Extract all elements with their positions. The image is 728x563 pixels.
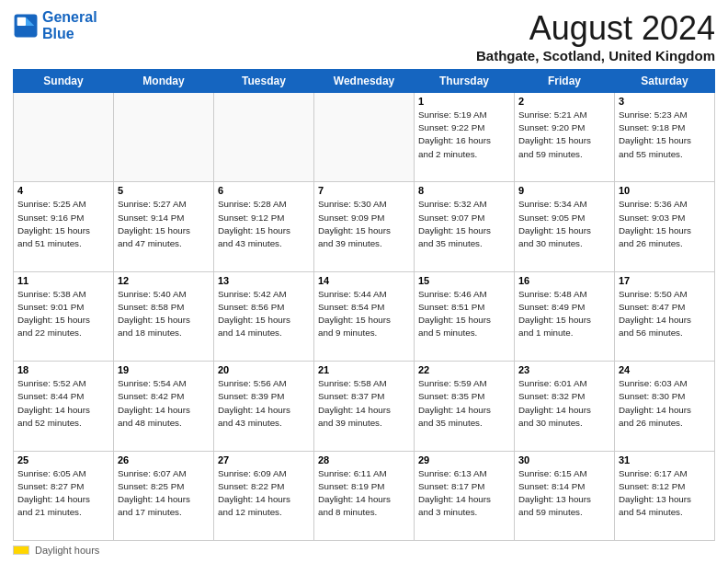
day-number: 19 [118, 364, 210, 375]
day-number: 12 [118, 275, 210, 286]
day-info: Sunrise: 5:38 AMSunset: 9:01 PMDaylight:… [17, 288, 109, 340]
calendar-cell: 11Sunrise: 5:38 AMSunset: 9:01 PMDayligh… [14, 271, 114, 361]
calendar-cell: 24Sunrise: 6:03 AMSunset: 8:30 PMDayligh… [615, 362, 715, 451]
calendar-cell [214, 93, 314, 182]
day-number: 16 [518, 275, 610, 286]
weekday-header: Friday [515, 70, 615, 93]
day-info: Sunrise: 5:36 AMSunset: 9:03 PMDaylight:… [619, 198, 711, 250]
calendar-cell: 9Sunrise: 5:34 AMSunset: 9:05 PMDaylight… [515, 182, 615, 271]
day-number: 3 [619, 96, 711, 107]
day-number: 25 [17, 454, 109, 465]
day-info: Sunrise: 5:27 AMSunset: 9:14 PMDaylight:… [118, 198, 210, 250]
weekday-header: Saturday [615, 70, 715, 93]
day-number: 29 [418, 454, 510, 465]
day-info: Sunrise: 5:46 AMSunset: 8:51 PMDaylight:… [418, 288, 510, 340]
day-number: 9 [518, 185, 610, 196]
calendar-cell: 13Sunrise: 5:42 AMSunset: 8:56 PMDayligh… [214, 271, 314, 361]
day-number: 18 [17, 364, 109, 375]
calendar-cell: 15Sunrise: 5:46 AMSunset: 8:51 PMDayligh… [415, 271, 515, 361]
day-number: 23 [518, 364, 610, 375]
day-number: 30 [518, 454, 610, 465]
day-info: Sunrise: 5:23 AMSunset: 9:18 PMDaylight:… [619, 109, 711, 161]
day-info: Sunrise: 5:42 AMSunset: 8:56 PMDaylight:… [218, 288, 310, 340]
calendar-week-row: 25Sunrise: 6:05 AMSunset: 8:27 PMDayligh… [14, 451, 715, 540]
day-number: 14 [318, 275, 410, 286]
logo-text: General Blue [42, 9, 97, 41]
calendar-cell: 31Sunrise: 6:17 AMSunset: 8:12 PMDayligh… [615, 451, 715, 540]
day-number: 27 [218, 454, 310, 465]
day-info: Sunrise: 6:01 AMSunset: 8:32 PMDaylight:… [518, 377, 610, 430]
day-info: Sunrise: 5:48 AMSunset: 8:49 PMDaylight:… [518, 288, 610, 340]
logo-line1: General [42, 9, 97, 25]
day-number: 26 [118, 454, 210, 465]
day-info: Sunrise: 5:40 AMSunset: 8:58 PMDaylight:… [118, 288, 210, 340]
day-number: 22 [418, 364, 510, 375]
daylight-label: Daylight hours [35, 545, 99, 556]
day-number: 5 [118, 185, 210, 196]
calendar-cell: 14Sunrise: 5:44 AMSunset: 8:54 PMDayligh… [314, 271, 415, 361]
day-info: Sunrise: 5:28 AMSunset: 9:12 PMDaylight:… [218, 198, 310, 250]
calendar-cell: 21Sunrise: 5:58 AMSunset: 8:37 PMDayligh… [314, 362, 415, 451]
calendar-week-row: 1Sunrise: 5:19 AMSunset: 9:22 PMDaylight… [14, 93, 715, 182]
day-info: Sunrise: 6:15 AMSunset: 8:14 PMDaylight:… [518, 467, 610, 520]
month-title: August 2024 [476, 9, 715, 48]
calendar-cell: 12Sunrise: 5:40 AMSunset: 8:58 PMDayligh… [114, 271, 214, 361]
weekday-header: Tuesday [214, 70, 314, 93]
day-number: 7 [318, 185, 410, 196]
day-info: Sunrise: 5:32 AMSunset: 9:07 PMDaylight:… [418, 198, 510, 250]
calendar-cell: 3Sunrise: 5:23 AMSunset: 9:18 PMDaylight… [615, 93, 715, 182]
calendar-cell: 16Sunrise: 5:48 AMSunset: 8:49 PMDayligh… [515, 271, 615, 361]
logo-icon [13, 13, 39, 39]
calendar-cell: 8Sunrise: 5:32 AMSunset: 9:07 PMDaylight… [415, 182, 515, 271]
logo-line2: Blue [42, 26, 74, 41]
calendar-cell: 26Sunrise: 6:07 AMSunset: 8:25 PMDayligh… [114, 451, 214, 540]
day-info: Sunrise: 6:17 AMSunset: 8:12 PMDaylight:… [619, 467, 711, 520]
day-info: Sunrise: 5:52 AMSunset: 8:44 PMDaylight:… [17, 377, 109, 430]
day-number: 17 [619, 275, 711, 286]
calendar-cell [114, 93, 214, 182]
day-info: Sunrise: 5:58 AMSunset: 8:37 PMDaylight:… [318, 377, 410, 430]
day-info: Sunrise: 5:25 AMSunset: 9:16 PMDaylight:… [17, 198, 109, 250]
calendar-cell: 25Sunrise: 6:05 AMSunset: 8:27 PMDayligh… [14, 451, 114, 540]
calendar-cell: 22Sunrise: 5:59 AMSunset: 8:35 PMDayligh… [415, 362, 515, 451]
day-info: Sunrise: 6:09 AMSunset: 8:22 PMDaylight:… [218, 467, 310, 520]
day-info: Sunrise: 5:30 AMSunset: 9:09 PMDaylight:… [318, 198, 410, 250]
calendar-cell: 4Sunrise: 5:25 AMSunset: 9:16 PMDaylight… [14, 182, 114, 271]
day-info: Sunrise: 6:13 AMSunset: 8:17 PMDaylight:… [418, 467, 510, 520]
day-info: Sunrise: 5:44 AMSunset: 8:54 PMDaylight:… [318, 288, 410, 340]
day-info: Sunrise: 5:50 AMSunset: 8:47 PMDaylight:… [619, 288, 711, 340]
calendar-cell: 28Sunrise: 6:11 AMSunset: 8:19 PMDayligh… [314, 451, 415, 540]
day-number: 11 [17, 275, 109, 286]
calendar-week-row: 11Sunrise: 5:38 AMSunset: 9:01 PMDayligh… [14, 271, 715, 361]
day-info: Sunrise: 6:03 AMSunset: 8:30 PMDaylight:… [619, 377, 711, 430]
day-number: 2 [518, 96, 610, 107]
day-info: Sunrise: 5:34 AMSunset: 9:05 PMDaylight:… [518, 198, 610, 250]
day-number: 15 [418, 275, 510, 286]
calendar-cell: 18Sunrise: 5:52 AMSunset: 8:44 PMDayligh… [14, 362, 114, 451]
calendar-cell: 1Sunrise: 5:19 AMSunset: 9:22 PMDaylight… [415, 93, 515, 182]
top-section: General Blue August 2024 Bathgate, Scotl… [13, 9, 715, 63]
day-info: Sunrise: 6:07 AMSunset: 8:25 PMDaylight:… [118, 467, 210, 520]
calendar-cell: 7Sunrise: 5:30 AMSunset: 9:09 PMDaylight… [314, 182, 415, 271]
header-right: August 2024 Bathgate, Scotland, United K… [476, 9, 715, 63]
day-info: Sunrise: 5:56 AMSunset: 8:39 PMDaylight:… [218, 377, 310, 430]
day-number: 13 [218, 275, 310, 286]
calendar-cell: 5Sunrise: 5:27 AMSunset: 9:14 PMDaylight… [114, 182, 214, 271]
calendar-cell: 27Sunrise: 6:09 AMSunset: 8:22 PMDayligh… [214, 451, 314, 540]
day-number: 31 [619, 454, 711, 465]
day-number: 21 [318, 364, 410, 375]
calendar-cell: 19Sunrise: 5:54 AMSunset: 8:42 PMDayligh… [114, 362, 214, 451]
day-number: 4 [17, 185, 109, 196]
calendar-week-row: 4Sunrise: 5:25 AMSunset: 9:16 PMDaylight… [14, 182, 715, 271]
day-number: 6 [218, 185, 310, 196]
calendar-week-row: 18Sunrise: 5:52 AMSunset: 8:44 PMDayligh… [14, 362, 715, 451]
calendar-table: SundayMondayTuesdayWednesdayThursdayFrid… [13, 69, 715, 541]
day-info: Sunrise: 5:59 AMSunset: 8:35 PMDaylight:… [418, 377, 510, 430]
calendar-cell: 29Sunrise: 6:13 AMSunset: 8:17 PMDayligh… [415, 451, 515, 540]
calendar-cell [314, 93, 415, 182]
weekday-header: Thursday [415, 70, 515, 93]
weekday-header: Monday [114, 70, 214, 93]
day-number: 8 [418, 185, 510, 196]
weekday-header: Wednesday [314, 70, 415, 93]
day-number: 10 [619, 185, 711, 196]
